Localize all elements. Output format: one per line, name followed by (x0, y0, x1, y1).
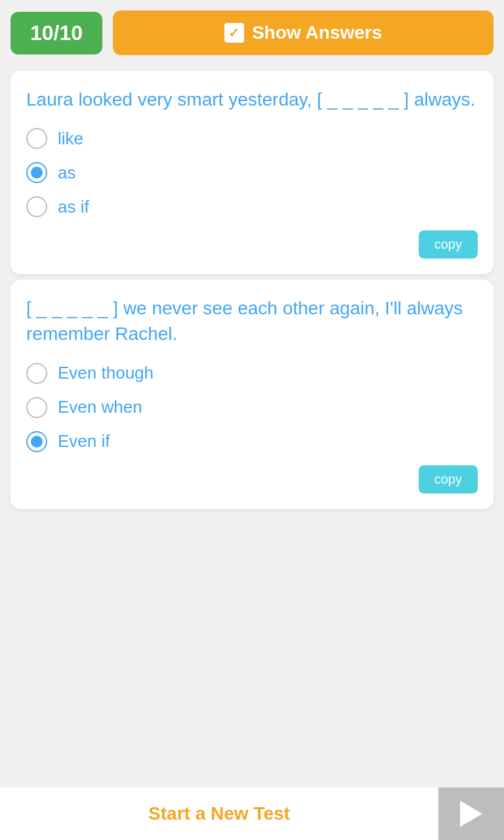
option-row-2-2[interactable]: Even when (26, 397, 478, 418)
copy-btn-1: copy (26, 230, 478, 259)
radio-2-1[interactable] (26, 363, 47, 384)
option-row-1-3[interactable]: as if (26, 196, 478, 217)
radio-1-2[interactable] (26, 162, 47, 183)
option-row-1-1[interactable]: like (26, 128, 478, 149)
copy-button-1[interactable]: copy (419, 230, 478, 259)
radio-1-1[interactable] (26, 128, 47, 149)
checkbox-icon: ✓ (224, 23, 244, 43)
option-label-1-2: as (58, 163, 75, 183)
question-2-text: [ _ _ _ _ _ ] we never see each other ag… (26, 295, 478, 346)
play-icon (460, 801, 482, 827)
question-card-1: Laura looked very smart yesterday, [ _ _… (10, 71, 494, 274)
question-card-2: [ _ _ _ _ _ ] we never see each other ag… (10, 280, 494, 509)
radio-2-3[interactable] (26, 431, 47, 452)
copy-button-2[interactable]: copy (419, 465, 478, 494)
option-row-1-2[interactable]: as (26, 162, 478, 183)
option-row-2-1[interactable]: Even though (26, 363, 478, 384)
option-label-1-1: like (58, 129, 83, 149)
show-answers-button[interactable]: ✓ Show Answers (113, 10, 494, 55)
radio-inner-2-3 (31, 436, 43, 448)
radio-2-2[interactable] (26, 397, 47, 418)
option-row-2-3[interactable]: Even if (26, 431, 478, 452)
bottom-bar: Start a New Test (0, 788, 504, 840)
radio-inner-1-2 (31, 167, 43, 178)
show-answers-label: Show Answers (252, 22, 382, 43)
radio-1-3[interactable] (26, 196, 47, 217)
play-button[interactable] (438, 788, 504, 840)
new-test-button[interactable]: Start a New Test (0, 788, 438, 840)
copy-btn-2: copy (26, 465, 478, 494)
option-label-2-1: Even though (58, 363, 154, 383)
option-label-2-3: Even if (58, 431, 110, 452)
question-1-text: Laura looked very smart yesterday, [ _ _… (26, 87, 478, 112)
option-label-1-3: as if (58, 197, 89, 217)
score-badge: 10/10 (10, 12, 102, 54)
header: 10/10 ✓ Show Answers (0, 0, 504, 66)
option-label-2-2: Even when (58, 397, 142, 417)
